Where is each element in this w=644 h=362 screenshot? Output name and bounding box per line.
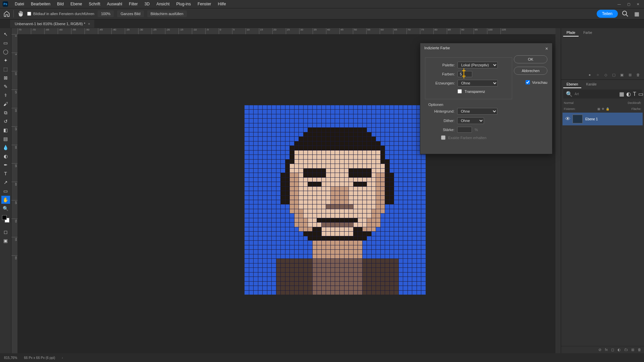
zoom-100-button[interactable]: 100% (98, 10, 114, 17)
mask-icon[interactable]: ▣ (619, 72, 625, 77)
clone-tool[interactable]: ⧉ (1, 109, 10, 117)
lock-pixels-icon[interactable]: ▦ (597, 107, 600, 111)
layer-mask-icon[interactable]: ◻ (611, 348, 614, 352)
kanale-tab[interactable]: Kanäle (583, 81, 600, 88)
filter-adjust-icon[interactable]: ◐ (626, 91, 631, 97)
erzwungen-select[interactable]: Ohne (458, 80, 498, 86)
home-icon[interactable] (3, 10, 10, 17)
menu-3d[interactable]: 3D (141, 2, 153, 6)
lasso-tool[interactable]: ◯ (1, 48, 10, 56)
document-tab[interactable]: Unbenannt-1 bei 816% (Ebene 1, RGB/8) * … (10, 20, 94, 28)
transparenz-checkbox[interactable] (458, 89, 462, 94)
screenmode-tool[interactable]: ▣ (1, 237, 10, 245)
menu-filter[interactable]: Filter (125, 2, 141, 6)
delete-path-icon[interactable]: 🗑 (635, 72, 641, 77)
zoom-tool[interactable]: 🔍 (1, 204, 10, 213)
stroke-path-icon[interactable]: ○ (595, 72, 600, 77)
adjustment-layer-icon[interactable]: ◐ (618, 348, 621, 352)
filter-image-icon[interactable]: ▦ (619, 91, 624, 97)
maximize-icon[interactable]: ▢ (625, 1, 632, 7)
lock-position-icon[interactable]: ✥ (602, 107, 604, 111)
farbe-tab[interactable]: Farbe (580, 29, 595, 37)
gradient-tool[interactable]: ▤ (1, 135, 10, 143)
eraser-tool[interactable]: ◧ (1, 126, 10, 134)
ebenen-tab[interactable]: Ebenen (563, 81, 581, 88)
menu-bearbeiten[interactable]: Bearbeiten (28, 2, 54, 6)
palette-select[interactable]: Lokal (Perzeptiv) (458, 62, 498, 68)
pen-tool[interactable]: ✒ (1, 161, 10, 169)
dialog-close-icon[interactable]: × (545, 46, 548, 51)
healing-tool[interactable]: ⚕ (1, 91, 10, 99)
share-button[interactable]: Teilen (597, 10, 618, 18)
new-path-icon[interactable]: ⊞ (627, 72, 633, 77)
menu-auswahl[interactable]: Auswahl (104, 2, 125, 6)
filter-shape-icon[interactable]: ▭ (638, 91, 643, 97)
ok-button[interactable]: OK (514, 55, 547, 63)
hintergrund-label: Hintergrund: (428, 109, 454, 113)
filter-type-icon[interactable]: T (633, 91, 636, 97)
search-icon[interactable] (621, 10, 629, 18)
preview-checkbox[interactable]: Vorschau (514, 80, 547, 84)
dither-label: Dither: (428, 119, 454, 123)
menu-hilfe[interactable]: Hilfe (215, 2, 229, 6)
menu-ebene[interactable]: Ebene (67, 2, 86, 6)
blur-tool[interactable]: 💧 (1, 143, 10, 152)
delete-layer-icon[interactable]: 🗑 (638, 348, 641, 352)
brush-tool[interactable]: 🖌 (1, 100, 10, 108)
color-swatches[interactable] (1, 215, 10, 223)
new-layer-icon[interactable]: ⊞ (631, 348, 634, 352)
frame-tool[interactable]: ⊠ (1, 74, 10, 82)
type-tool[interactable]: T (1, 170, 10, 178)
ruler-vertical: 051015202530354045505560 (11, 34, 17, 353)
collapsed-panel-strip[interactable] (555, 28, 561, 353)
lock-all-icon[interactable]: 🔒 (606, 107, 609, 111)
eyedropper-tool[interactable]: ✎ (1, 82, 10, 90)
layer-filter-input[interactable] (575, 92, 617, 96)
menu-fenster[interactable]: Fenster (194, 2, 215, 6)
visibility-icon[interactable]: 👁 (565, 116, 570, 122)
scroll-all-windows-checkbox[interactable]: Bildlauf in allen Fenstern durchführen (27, 12, 94, 16)
crop-tool[interactable]: ⬚ (1, 65, 10, 73)
dodge-tool[interactable]: ◐ (1, 152, 10, 160)
status-zoom[interactable]: 815,76% (4, 356, 17, 360)
fill-screen-button[interactable]: Bildschirm ausfüllen (147, 10, 187, 17)
magic-wand-tool[interactable]: ✦ (1, 56, 10, 64)
workspace-icon[interactable]: ▦ (633, 10, 641, 18)
close-tab-icon[interactable]: × (88, 22, 90, 26)
history-brush-tool[interactable]: ↺ (1, 117, 10, 125)
layer-row[interactable]: 👁 Ebene 1 (562, 113, 643, 125)
minimize-icon[interactable]: — (616, 1, 623, 7)
link-layers-icon[interactable]: ⊘ (598, 348, 601, 352)
cancel-button[interactable]: Abbrechen (514, 67, 547, 75)
menu-bild[interactable]: Bild (54, 2, 67, 6)
layer-style-icon[interactable]: fx (605, 348, 608, 352)
path-to-selection-icon[interactable]: ◇ (603, 72, 608, 77)
layer-thumbnail[interactable] (573, 115, 583, 123)
status-dimensions: 66 Px x 66 Px (6 ppi) (24, 356, 55, 360)
hand-tool-icon (17, 10, 24, 17)
fit-screen-button[interactable]: Ganzes Bild (117, 10, 144, 17)
quickmask-tool[interactable]: ◻ (1, 228, 10, 236)
make-workpath-icon[interactable]: ▢ (611, 72, 616, 77)
hand-tool[interactable]: ✋ (1, 196, 10, 204)
marquee-tool[interactable]: ▭ (1, 39, 10, 47)
pfade-tab[interactable]: Pfade (563, 29, 579, 37)
palette-label: Palette: (428, 63, 455, 67)
move-tool[interactable]: ↖ (1, 30, 10, 38)
layer-name[interactable]: Ebene 1 (585, 117, 598, 121)
menu-ansicht[interactable]: Ansicht (153, 2, 173, 6)
close-icon[interactable]: ✕ (635, 1, 641, 7)
shape-tool[interactable]: ▭ (1, 187, 10, 195)
menu-bar: Ps Datei Bearbeiten Bild Ebene Schrift A… (0, 0, 644, 8)
dither-select[interactable]: Ohne (457, 117, 484, 124)
hintergrund-select[interactable]: Ohne (457, 108, 497, 115)
blend-mode-select[interactable]: Normal (564, 101, 574, 105)
farben-input[interactable] (458, 71, 472, 77)
menu-plugins[interactable]: Plug-ins (173, 2, 194, 6)
menu-datei[interactable]: Datei (11, 2, 28, 6)
menu-schrift[interactable]: Schrift (86, 2, 104, 6)
document-canvas[interactable] (245, 105, 426, 295)
group-icon[interactable]: 🗀 (624, 348, 628, 352)
path-tool[interactable]: ↗ (1, 178, 10, 186)
fill-path-icon[interactable]: ● (587, 72, 592, 77)
